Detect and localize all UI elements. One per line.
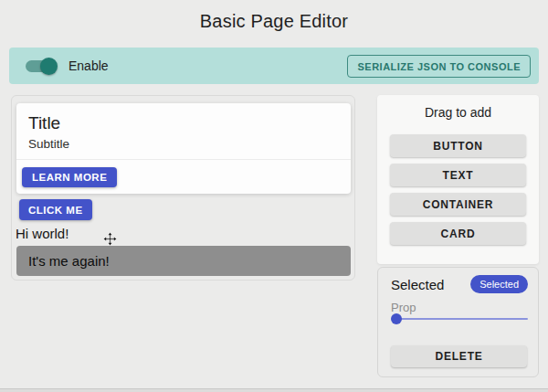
card-actions: LEARN MORE bbox=[16, 159, 351, 194]
slider-thumb[interactable] bbox=[391, 313, 402, 324]
card-title: Title bbox=[28, 113, 60, 133]
slider-rail[interactable] bbox=[392, 318, 528, 320]
serialize-json-button[interactable]: SERIALIZE JSON TO CONSOLE bbox=[347, 55, 531, 78]
selected-badge: Selected bbox=[470, 275, 528, 293]
selected-label: Selected bbox=[391, 277, 444, 292]
palette-item-container[interactable]: CONTAINER bbox=[390, 193, 526, 216]
card-element[interactable]: Title Subtitle LEARN MORE bbox=[16, 103, 351, 194]
palette-heading: Drag to add bbox=[377, 95, 539, 120]
canvas-panel: Title Subtitle LEARN MORE CLICK ME Hi wo… bbox=[11, 95, 355, 281]
toggle-thumb[interactable] bbox=[40, 58, 58, 75]
enable-label: Enable bbox=[68, 58, 109, 73]
inspector-panel: Selected Selected Prop DELETE bbox=[377, 267, 539, 377]
palette-panel: Drag to add BUTTON TEXT CONTAINER CARD bbox=[377, 95, 539, 264]
text-element[interactable]: Hi world! bbox=[16, 226, 68, 241]
selected-row: Selected Selected bbox=[391, 275, 528, 293]
learn-more-button[interactable]: LEARN MORE bbox=[22, 167, 117, 187]
prop-slider[interactable] bbox=[392, 313, 528, 324]
container-element-selected[interactable]: It's me again! bbox=[16, 246, 351, 276]
page-editor-app: Basic Page Editor Enable SERIALIZE JSON … bbox=[0, 0, 548, 392]
container-text: It's me again! bbox=[28, 253, 110, 269]
palette-item-text[interactable]: TEXT bbox=[390, 164, 526, 186]
move-cursor-icon bbox=[103, 232, 117, 246]
toolbar: Enable SERIALIZE JSON TO CONSOLE bbox=[9, 48, 539, 84]
card-subtitle: Subtitle bbox=[28, 137, 69, 151]
enable-toggle[interactable] bbox=[25, 57, 58, 75]
palette-item-button[interactable]: BUTTON bbox=[390, 134, 526, 157]
page-title: Basic Page Editor bbox=[0, 11, 548, 32]
prop-label: Prop bbox=[391, 301, 416, 314]
bottom-edge-strip bbox=[0, 388, 548, 392]
delete-button[interactable]: DELETE bbox=[391, 345, 527, 367]
palette-item-card[interactable]: CARD bbox=[390, 222, 526, 245]
click-me-button[interactable]: CLICK ME bbox=[19, 199, 92, 220]
